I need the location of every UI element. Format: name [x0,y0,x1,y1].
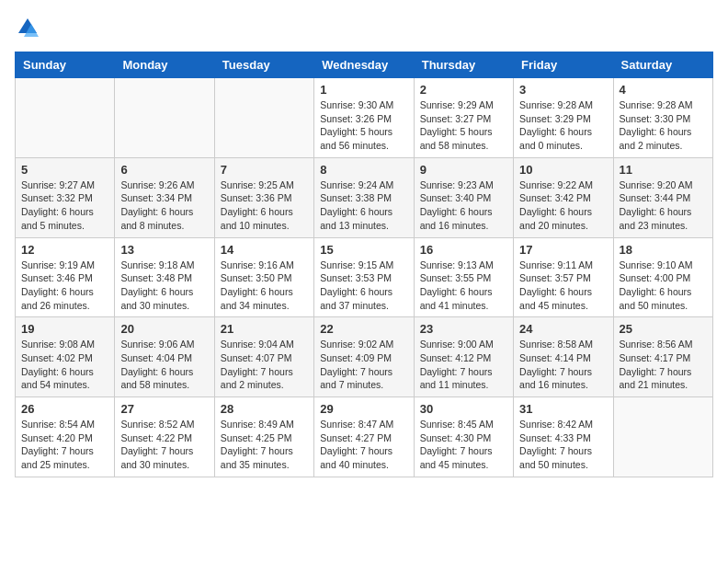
day-header-saturday: Saturday [613,52,712,78]
calendar-day-cell: 21Sunrise: 9:04 AM Sunset: 4:07 PM Dayli… [214,317,313,397]
calendar-day-cell: 10Sunrise: 9:22 AM Sunset: 3:42 PM Dayli… [514,157,613,237]
day-number: 13 [120,243,208,257]
day-number: 31 [519,402,607,416]
calendar-day-cell: 8Sunrise: 9:24 AM Sunset: 3:38 PM Daylig… [314,157,414,237]
day-number: 2 [420,83,507,97]
calendar-day-cell: 16Sunrise: 9:13 AM Sunset: 3:55 PM Dayli… [414,237,513,317]
day-number: 7 [221,163,308,177]
day-number: 28 [221,402,308,416]
calendar-day-cell: 5Sunrise: 9:27 AM Sunset: 3:32 PM Daylig… [16,157,115,237]
calendar-day-cell: 23Sunrise: 9:00 AM Sunset: 4:12 PM Dayli… [414,317,513,397]
calendar-day-cell: 19Sunrise: 9:08 AM Sunset: 4:02 PM Dayli… [16,317,115,397]
calendar-week-row: 5Sunrise: 9:27 AM Sunset: 3:32 PM Daylig… [16,157,713,237]
day-info: Sunrise: 9:26 AM Sunset: 3:34 PM Dayligh… [120,178,208,233]
day-number: 26 [21,402,108,416]
calendar-day-cell: 30Sunrise: 8:45 AM Sunset: 4:30 PM Dayli… [414,397,513,477]
calendar-table: SundayMondayTuesdayWednesdayThursdayFrid… [15,52,713,477]
calendar-day-cell: 12Sunrise: 9:19 AM Sunset: 3:46 PM Dayli… [16,237,115,317]
day-number: 29 [320,402,407,416]
day-number: 19 [21,322,108,336]
day-number: 15 [320,243,407,257]
day-info: Sunrise: 9:19 AM Sunset: 3:46 PM Dayligh… [21,259,108,313]
calendar-header-row: SundayMondayTuesdayWednesdayThursdayFrid… [16,52,713,78]
calendar-week-row: 26Sunrise: 8:54 AM Sunset: 4:20 PM Dayli… [16,397,713,477]
day-number: 30 [420,402,507,416]
day-number: 8 [320,163,407,177]
calendar-day-cell [16,78,115,158]
logo-icon [15,15,40,40]
calendar-day-cell: 18Sunrise: 9:10 AM Sunset: 4:00 PM Dayli… [613,237,712,317]
day-info: Sunrise: 8:49 AM Sunset: 4:25 PM Dayligh… [221,418,308,472]
day-info: Sunrise: 9:13 AM Sunset: 3:55 PM Dayligh… [420,259,507,313]
calendar-day-cell: 29Sunrise: 8:47 AM Sunset: 4:27 PM Dayli… [314,397,414,477]
day-info: Sunrise: 9:10 AM Sunset: 4:00 PM Dayligh… [620,259,707,313]
calendar-day-cell [214,78,313,158]
calendar-day-cell: 17Sunrise: 9:11 AM Sunset: 3:57 PM Dayli… [514,237,613,317]
day-info: Sunrise: 9:08 AM Sunset: 4:02 PM Dayligh… [21,338,108,392]
day-info: Sunrise: 8:45 AM Sunset: 4:30 PM Dayligh… [420,418,507,472]
day-number: 14 [221,243,308,257]
calendar-day-cell: 15Sunrise: 9:15 AM Sunset: 3:53 PM Dayli… [314,237,414,317]
calendar-day-cell: 25Sunrise: 8:56 AM Sunset: 4:17 PM Dayli… [613,317,712,397]
day-number: 1 [320,83,407,97]
day-info: Sunrise: 9:15 AM Sunset: 3:53 PM Dayligh… [320,259,407,313]
day-number: 6 [120,163,208,177]
day-info: Sunrise: 9:00 AM Sunset: 4:12 PM Dayligh… [420,338,507,392]
day-number: 24 [519,322,607,336]
day-number: 20 [120,322,208,336]
day-header-sunday: Sunday [16,52,115,78]
day-number: 21 [221,322,308,336]
day-header-wednesday: Wednesday [314,52,414,78]
day-number: 10 [519,163,607,177]
day-info: Sunrise: 8:58 AM Sunset: 4:14 PM Dayligh… [519,338,607,392]
day-info: Sunrise: 9:28 AM Sunset: 3:29 PM Dayligh… [519,98,607,153]
day-info: Sunrise: 8:47 AM Sunset: 4:27 PM Dayligh… [320,418,407,472]
logo [15,15,44,40]
day-number: 4 [620,83,707,97]
day-info: Sunrise: 8:54 AM Sunset: 4:20 PM Dayligh… [21,418,108,472]
calendar-day-cell [115,78,214,158]
day-info: Sunrise: 9:02 AM Sunset: 4:09 PM Dayligh… [320,338,407,392]
day-info: Sunrise: 9:24 AM Sunset: 3:38 PM Dayligh… [320,178,407,233]
calendar-day-cell: 4Sunrise: 9:28 AM Sunset: 3:30 PM Daylig… [613,78,712,158]
day-info: Sunrise: 9:06 AM Sunset: 4:04 PM Dayligh… [120,338,208,392]
day-number: 23 [420,322,507,336]
calendar-day-cell: 3Sunrise: 9:28 AM Sunset: 3:29 PM Daylig… [514,78,613,158]
day-info: Sunrise: 8:52 AM Sunset: 4:22 PM Dayligh… [120,418,208,472]
day-info: Sunrise: 9:25 AM Sunset: 3:36 PM Dayligh… [221,178,308,233]
page-header [15,15,713,40]
day-info: Sunrise: 9:29 AM Sunset: 3:27 PM Dayligh… [420,98,507,153]
day-header-friday: Friday [514,52,613,78]
calendar-day-cell: 22Sunrise: 9:02 AM Sunset: 4:09 PM Dayli… [314,317,414,397]
calendar-day-cell: 11Sunrise: 9:20 AM Sunset: 3:44 PM Dayli… [613,157,712,237]
day-info: Sunrise: 9:04 AM Sunset: 4:07 PM Dayligh… [221,338,308,392]
calendar-day-cell: 28Sunrise: 8:49 AM Sunset: 4:25 PM Dayli… [214,397,313,477]
calendar-day-cell: 2Sunrise: 9:29 AM Sunset: 3:27 PM Daylig… [414,78,513,158]
calendar-day-cell: 13Sunrise: 9:18 AM Sunset: 3:48 PM Dayli… [115,237,214,317]
calendar-day-cell: 20Sunrise: 9:06 AM Sunset: 4:04 PM Dayli… [115,317,214,397]
day-info: Sunrise: 9:27 AM Sunset: 3:32 PM Dayligh… [21,178,108,233]
calendar-day-cell [613,397,712,477]
day-info: Sunrise: 8:42 AM Sunset: 4:33 PM Dayligh… [519,418,607,472]
day-header-tuesday: Tuesday [214,52,313,78]
calendar-week-row: 1Sunrise: 9:30 AM Sunset: 3:26 PM Daylig… [16,78,713,158]
calendar-day-cell: 26Sunrise: 8:54 AM Sunset: 4:20 PM Dayli… [16,397,115,477]
day-header-thursday: Thursday [414,52,513,78]
calendar-day-cell: 31Sunrise: 8:42 AM Sunset: 4:33 PM Dayli… [514,397,613,477]
day-info: Sunrise: 9:23 AM Sunset: 3:40 PM Dayligh… [420,178,507,233]
day-info: Sunrise: 9:11 AM Sunset: 3:57 PM Dayligh… [519,259,607,313]
day-number: 9 [420,163,507,177]
day-info: Sunrise: 8:56 AM Sunset: 4:17 PM Dayligh… [620,338,707,392]
calendar-week-row: 12Sunrise: 9:19 AM Sunset: 3:46 PM Dayli… [16,237,713,317]
day-number: 17 [519,243,607,257]
day-number: 5 [21,163,108,177]
calendar-day-cell: 9Sunrise: 9:23 AM Sunset: 3:40 PM Daylig… [414,157,513,237]
day-info: Sunrise: 9:22 AM Sunset: 3:42 PM Dayligh… [519,178,607,233]
day-info: Sunrise: 9:18 AM Sunset: 3:48 PM Dayligh… [120,259,208,313]
day-number: 22 [320,322,407,336]
day-info: Sunrise: 9:28 AM Sunset: 3:30 PM Dayligh… [620,98,707,153]
day-info: Sunrise: 9:16 AM Sunset: 3:50 PM Dayligh… [221,259,308,313]
calendar-day-cell: 1Sunrise: 9:30 AM Sunset: 3:26 PM Daylig… [314,78,414,158]
day-number: 25 [620,322,707,336]
day-number: 27 [120,402,208,416]
